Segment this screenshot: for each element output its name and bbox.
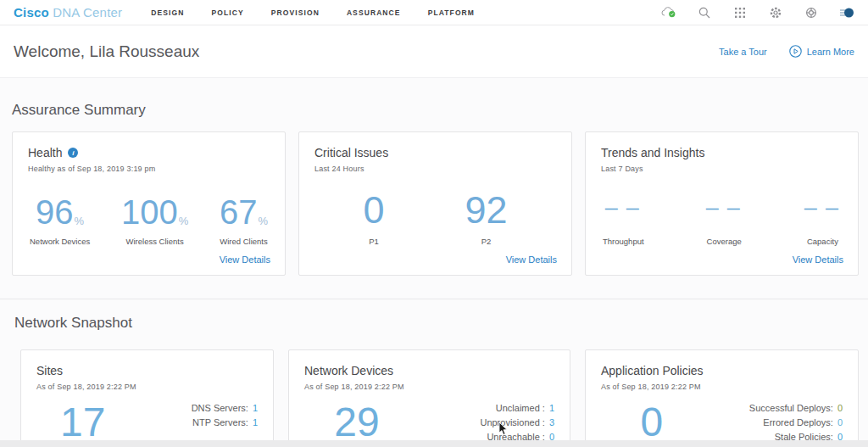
metric-label: Capacity	[804, 237, 841, 246]
page-title: Welcome, Lila Rousseaux	[14, 42, 199, 61]
help-icon[interactable]	[804, 5, 819, 20]
trends-metrics: — — Throughput — — Coverage — — Capacity	[601, 187, 843, 246]
application-policies-subtitle: As of Sep 18, 2019 2:22 PM	[601, 383, 843, 391]
play-circle-icon	[789, 45, 802, 58]
stat-label: NTP Servers:	[192, 417, 248, 427]
health-card-title-row: Health i	[28, 146, 270, 159]
stat-label: Unprovisioned :	[480, 417, 544, 427]
stat-label: Errored Deploys:	[763, 417, 833, 427]
metric-wireless-clients: 100% Wireless Clients	[121, 187, 188, 246]
metric-value: — —	[603, 187, 644, 229]
nav-icon-group	[661, 5, 854, 20]
critical-issues-view-details-link[interactable]: View Details	[506, 254, 557, 265]
metric-network-devices: 96% Network Devices	[30, 187, 90, 246]
metric-throughput: — — Throughput	[603, 187, 644, 246]
metric-label: P2	[465, 237, 507, 246]
viewport-bottom-edge	[0, 440, 868, 447]
application-policies-card: Application Policies As of Sep 18, 2019 …	[585, 349, 859, 447]
application-policies-body: 0 Successful Deploys:0 Errored Deploys:0…	[601, 401, 843, 444]
sites-subtitle: As of Sep 18, 2019 2:22 PM	[36, 383, 258, 391]
network-devices-count: 29	[304, 401, 409, 444]
application-policies-count: 0	[601, 401, 703, 444]
nav-item-provision[interactable]: PROVISION	[271, 8, 320, 17]
metric-label: Throughput	[603, 237, 644, 246]
metric-value: — —	[804, 187, 841, 229]
stat-label: Successful Deploys:	[749, 403, 833, 413]
health-metrics: 96% Network Devices 100% Wireless Client…	[28, 187, 270, 246]
metric-capacity: — — Capacity	[804, 187, 841, 246]
nav-item-design[interactable]: DESIGN	[151, 8, 184, 17]
network-devices-subtitle: As of Sep 18, 2019 2:22 PM	[304, 383, 554, 391]
health-view-details-link[interactable]: View Details	[220, 254, 270, 265]
health-title: Health	[28, 146, 62, 159]
metric-label: Coverage	[706, 237, 743, 246]
stat-successful-deploys: Successful Deploys:0	[749, 401, 843, 416]
trends-insights-card: Trends and Insights Last 7 Days — — Thro…	[585, 131, 859, 276]
application-policies-title: Application Policies	[601, 364, 704, 377]
metric-value: 96	[36, 195, 74, 229]
stat-ntp-servers: NTP Servers:1	[192, 416, 258, 430]
info-icon[interactable]: i	[68, 148, 78, 158]
metric-label: P1	[363, 237, 384, 246]
stat-unclaimed: Unclaimed :1	[480, 401, 554, 416]
application-policies-stats: Successful Deploys:0 Errored Deploys:0 S…	[749, 401, 843, 444]
take-a-tour-link[interactable]: Take a Tour	[719, 47, 767, 57]
metric-p1: 0 P1	[363, 187, 384, 246]
section-divider	[0, 299, 868, 299]
trends-subtitle: Last 7 Days	[601, 165, 843, 173]
health-card: Health i Healthy as of Sep 18, 2019 3:19…	[12, 131, 286, 276]
stat-label: Unclaimed :	[496, 403, 545, 413]
critical-issues-metrics: 0 P1 92 P2	[314, 187, 556, 246]
stat-dns-servers: DNS Servers:1	[192, 401, 258, 416]
cloud-status-icon[interactable]	[661, 5, 676, 20]
stat-value: 0	[837, 403, 843, 413]
take-a-tour-label: Take a Tour	[719, 47, 767, 57]
critical-issues-subtitle: Last 24 Hours	[314, 165, 556, 173]
metric-label: Network Devices	[30, 237, 90, 246]
stat-value: 1	[549, 403, 554, 413]
metric-value: 92	[465, 191, 507, 229]
metric-value: — —	[706, 187, 743, 229]
network-devices-body: 29 Unclaimed :1 Unprovisioned :3 Unreach…	[304, 401, 554, 444]
network-devices-card: Network Devices As of Sep 18, 2019 2:22 …	[288, 349, 570, 447]
nav-item-policy[interactable]: POLICY	[211, 8, 243, 17]
sites-count: 17	[36, 401, 130, 444]
stat-value: 3	[549, 417, 554, 427]
apps-grid-icon[interactable]	[732, 5, 748, 20]
percent-sign: %	[74, 215, 85, 229]
stat-value: 1	[253, 403, 258, 413]
health-subtitle: Healthy as of Sep 18, 2019 3:19 pm	[28, 165, 270, 173]
notifications-icon[interactable]	[839, 5, 854, 20]
metric-value: 0	[363, 191, 384, 229]
sites-card: Sites As of Sep 18, 2019 2:22 PM 17 DNS …	[20, 349, 274, 447]
metric-value: 67	[220, 195, 258, 229]
search-icon[interactable]	[697, 5, 712, 20]
brand-dna-center: DNA Center	[53, 5, 122, 20]
metric-label: Wired Clients	[220, 237, 268, 246]
sites-title: Sites	[36, 364, 63, 377]
stat-unprovisioned: Unprovisioned :3	[480, 416, 554, 430]
trends-title: Trends and Insights	[601, 146, 704, 159]
trends-view-details-link[interactable]: View Details	[793, 254, 843, 265]
stat-errored-deploys: Errored Deploys:0	[749, 416, 843, 430]
network-devices-stats: Unclaimed :1 Unprovisioned :3 Unreachabl…	[480, 401, 554, 444]
top-navigation-bar: Cisco DNA Center DESIGN POLICY PROVISION…	[0, 0, 868, 25]
settings-gear-icon[interactable]	[768, 5, 783, 20]
critical-issues-card: Critical Issues Last 24 Hours 0 P1 92 P2…	[298, 131, 572, 276]
main-menu: DESIGN POLICY PROVISION ASSURANCE PLATFO…	[151, 8, 475, 17]
app-logo[interactable]: Cisco DNA Center	[14, 5, 122, 20]
metric-value: 100	[121, 195, 178, 229]
assurance-summary-heading: Assurance Summary	[12, 102, 146, 119]
sites-body: 17 DNS Servers:1 NTP Servers:1	[36, 401, 258, 444]
nav-item-assurance[interactable]: ASSURANCE	[347, 8, 401, 17]
metric-label: Wireless Clients	[121, 237, 188, 246]
metric-p2: 92 P2	[465, 187, 507, 246]
metric-wired-clients: 67% Wired Clients	[220, 187, 268, 246]
welcome-links: Take a Tour Learn More	[719, 45, 854, 58]
learn-more-link[interactable]: Learn More	[789, 45, 854, 58]
stat-value: 0	[837, 417, 843, 427]
learn-more-label: Learn More	[807, 47, 854, 57]
percent-sign: %	[257, 215, 268, 229]
brand-cisco: Cisco	[14, 5, 49, 20]
nav-item-platform[interactable]: PLATFORM	[428, 8, 475, 17]
